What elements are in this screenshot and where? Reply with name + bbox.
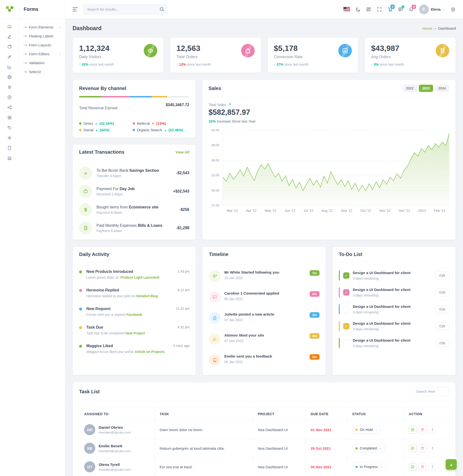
home-icon[interactable] (5, 22, 15, 30)
revenue-total-label: Total Revenue Earned (79, 103, 117, 117)
checkbox-icon[interactable]: ✓ (343, 306, 349, 312)
timeline-badge: 2m (310, 291, 320, 297)
view-all-link[interactable]: View All (176, 150, 189, 154)
stat-label: Avg Orders (371, 55, 404, 59)
apps-plus-icon[interactable] (366, 7, 371, 12)
checkbox-icon[interactable]: ✓ (343, 323, 349, 329)
task-search-input[interactable] (413, 387, 449, 396)
delete-button[interactable] (419, 426, 426, 433)
tab-2022[interactable]: 2022 (403, 85, 417, 92)
bell-badge: 4 (412, 5, 416, 9)
activity-link[interactable]: New Project (126, 331, 145, 335)
col-project: PROJECT (253, 408, 306, 421)
chat-icon[interactable] (398, 7, 403, 12)
activity-item: Task DueTask has to be completed New Pro… (79, 322, 189, 341)
page-title: Dashboard (72, 25, 101, 32)
bar-chart-icon[interactable] (5, 63, 15, 71)
legend-dot (79, 129, 81, 131)
us-flag-icon[interactable] (343, 7, 350, 12)
activity-dot (79, 345, 82, 348)
activity-time: 5 mins ago (173, 344, 189, 354)
edit-button[interactable]: Edit (435, 305, 449, 313)
up-arrow-icon: ▲ (95, 122, 98, 125)
edit-button[interactable]: Edit (435, 288, 449, 296)
moon-icon[interactable] (356, 7, 361, 12)
submenu-panel: Forms Form Elements› Floating Labels For… (19, 0, 65, 476)
total-sales-label: Total Sales (209, 103, 226, 107)
submenu-list: Form Elements› Floating Labels Form Layo… (19, 19, 65, 80)
delete-button[interactable] (419, 444, 426, 452)
settings-gear-icon[interactable] (450, 7, 456, 12)
chart-icon (338, 44, 352, 57)
more-options-button[interactable]: ⋮ (428, 444, 436, 452)
sidebar-item-select2[interactable]: Select2 (21, 67, 63, 76)
down-arrow-icon: ▼ (152, 122, 154, 125)
bell-icon[interactable]: 4 (409, 7, 414, 12)
status-dropdown[interactable]: In Progress (352, 463, 386, 471)
status-dropdown[interactable]: On Hold (352, 426, 381, 434)
status-dropdown[interactable]: Completed (352, 444, 385, 452)
table-row: DODaniel Obrienmember@spruko.com Diam lo… (79, 421, 449, 439)
share-icon[interactable] (5, 103, 15, 111)
scroll-to-top-button[interactable]: ▲ (446, 459, 457, 470)
tab-2024[interactable]: 2024 (435, 85, 449, 92)
app-logo[interactable] (0, 0, 19, 19)
todo-item: ✓ Design a UI Dashboard for client3 days… (339, 301, 449, 318)
pencil-icon[interactable] (5, 32, 15, 41)
breadcrumb-home[interactable]: Home (422, 26, 432, 30)
book-icon (209, 354, 220, 366)
sidebar-item-floating-labels[interactable]: Floating Labels (21, 32, 63, 41)
approve-button[interactable] (409, 444, 417, 452)
bullet-icon (24, 45, 27, 46)
tag-icon[interactable] (5, 124, 15, 132)
timeline-title: Timeline (209, 252, 228, 257)
rocket-icon[interactable] (5, 53, 15, 61)
menu-toggle-icon[interactable] (72, 8, 79, 11)
approve-button[interactable] (409, 426, 417, 433)
sidebar-item-validation[interactable]: Validation (21, 58, 63, 67)
timeline-badge: 3m (310, 312, 320, 318)
stat-card-total-orders: 12,563 Total Orders 12% since last month (170, 37, 261, 73)
thumbs-up-icon (209, 333, 220, 345)
approve-button[interactable] (409, 463, 417, 471)
tab-2023[interactable]: 2023 (419, 85, 433, 92)
checkbox-icon[interactable]: ✓ (343, 340, 349, 346)
sidebar-item-form-elements[interactable]: Form Elements› (21, 23, 63, 32)
cart-icon[interactable]: 5 (387, 7, 392, 12)
sidebar-item-form-layouts[interactable]: Form Layouts (21, 41, 63, 49)
search-icon[interactable] (159, 7, 164, 12)
avatar: DO (84, 424, 95, 435)
activity-link[interactable]: Detailed Blog (136, 294, 158, 298)
checkbox-icon[interactable]: ✓ (343, 272, 349, 279)
edit-button[interactable]: Edit (435, 272, 449, 279)
activity-dot (79, 326, 82, 329)
file-text-icon (79, 222, 92, 234)
bullet-icon (24, 53, 27, 55)
activity-link[interactable]: Product Light Launched (121, 276, 159, 279)
gear-icon[interactable] (5, 134, 15, 142)
activity-link[interactable]: Article on Projects (135, 350, 165, 354)
x-axis-label: Aug '12 (321, 209, 333, 213)
map-pin-icon[interactable] (5, 83, 15, 91)
globe-icon[interactable] (5, 73, 15, 81)
checkbox-icon[interactable]: ✓ (343, 289, 349, 296)
more-options-button[interactable]: ⋮ (428, 426, 436, 433)
layers-icon[interactable] (5, 154, 15, 162)
disc-icon[interactable] (5, 93, 15, 101)
edit-button[interactable]: Edit (435, 339, 449, 347)
cards-icon[interactable] (5, 43, 15, 51)
search-input[interactable] (83, 4, 168, 15)
stat-card-avg-orders: $43,987 Avg Orders 9% since last month (365, 37, 456, 73)
latest-transactions-card: Latest Transactions View All » To Bel Bc… (72, 144, 196, 240)
more-options-button[interactable]: ⋮ (428, 463, 436, 471)
fullscreen-icon[interactable] (377, 7, 382, 12)
file-icon[interactable] (5, 144, 15, 152)
user-menu[interactable]: E Elena ⌄ (419, 5, 445, 14)
x-axis-label: Jun '12 (285, 209, 295, 213)
delete-button[interactable] (419, 463, 426, 471)
activity-link[interactable]: Facebook (126, 313, 142, 316)
edit-button[interactable]: Edit (435, 322, 449, 330)
clipboard-icon (209, 312, 220, 324)
sidebar-item-form-editors[interactable]: Form Editors› (21, 49, 63, 58)
apps-icon[interactable] (5, 113, 15, 122)
